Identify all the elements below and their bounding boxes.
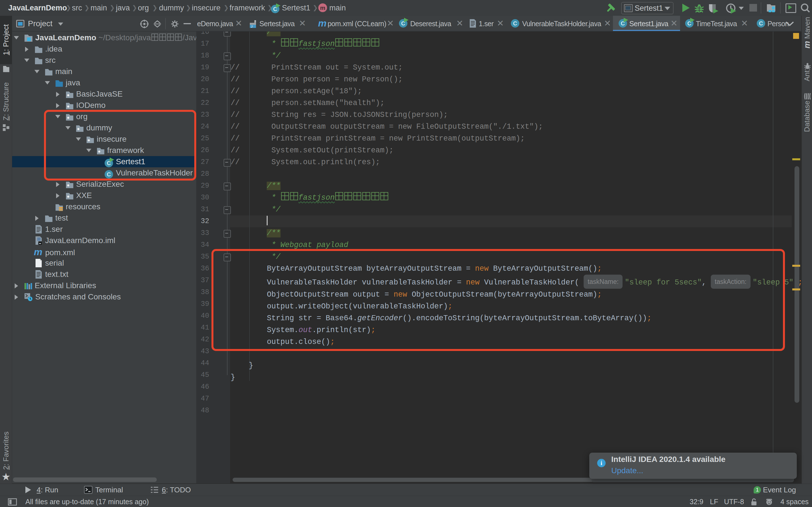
svg-text:J: J	[251, 25, 253, 28]
